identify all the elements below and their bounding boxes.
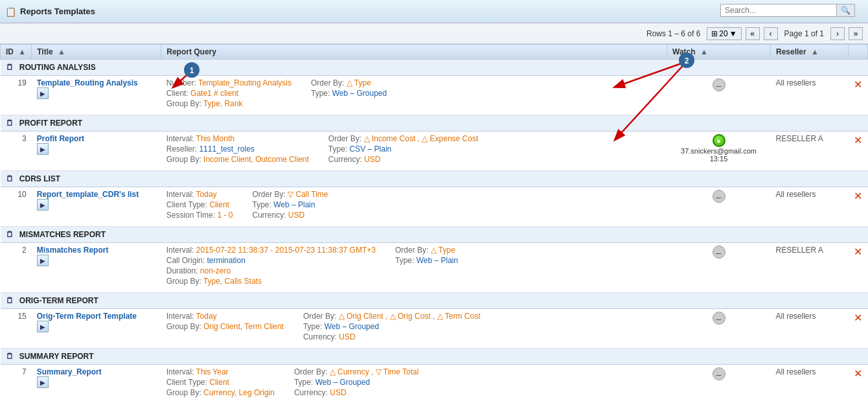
toolbar: Rows 1 – 6 of 6 ⊞ 20 ▼ « ‹ Page 1 of 1 ›… [0,23,868,44]
page-size-button[interactable]: ⊞ 20 ▼ [707,27,741,40]
table-container: ID ▲ Title ▲ Report Query Watch ▲ Resell… [0,44,868,403]
title-cell: Orig-Term Report Template ▶ [32,309,161,349]
table-row: 2 Mismatches Report ▶ Interval: 2015-07-… [1,243,868,293]
col-title[interactable]: Title ▲ [32,45,161,60]
reseller-cell: All resellers [771,76,849,115]
group-row-mismatches_report: 🗒 MISMATCHES REPORT [1,227,868,243]
group-icon: 🗒 [6,174,14,183]
delete-cell: ✕ [849,187,868,227]
report-link[interactable]: Orig-Term Report Template [37,312,137,321]
watch-button[interactable]: – [713,246,725,259]
nav-next-button[interactable]: › [830,27,845,40]
watch-button[interactable]: – [713,78,725,91]
page-size-arrow: ▼ [729,29,737,38]
report-link[interactable]: Profit Report [37,134,84,143]
watch-cell: – [667,309,771,349]
query-cell: Number: Template_Routing AnalysisClient:… [161,76,667,115]
search-button[interactable]: 🔍 [837,4,855,17]
col-query: Report Query [161,45,667,60]
query-right: Order By: △ Currency , ▽ Time TotalType:… [294,367,419,398]
watch-email: 37.snickers@gmail.com [672,147,766,155]
query-left: Interval: TodayClient Type: ClientSessio… [166,190,233,221]
delete-cell: ✕ [849,243,868,293]
play-button[interactable]: ▶ [37,321,49,332]
delete-button[interactable]: ✕ [854,135,862,146]
query-cell: Interval: TodayGroup By: Orig Client, Te… [161,309,667,349]
page-label: Page 1 of 1 [784,29,824,38]
title-cell: Mismatches Report ▶ [32,243,161,293]
group-row-cdrs_list: 🗒 CDRS LIST [1,171,868,187]
group-icon: 🗒 [6,352,14,361]
rows-info: Rows 1 – 6 of 6 [646,29,700,38]
report-link[interactable]: Report_template_CDR's list [37,190,139,199]
id-cell: 10 [1,187,32,227]
id-cell: 7 [1,365,32,404]
report-link[interactable]: Mismatches Report [37,246,109,255]
query-left: Interval: This MonthReseller: 1111_test_… [166,134,309,165]
delete-cell: ✕ [849,132,868,171]
page-wrapper: 📋 Reports Templates 🔍 Rows 1 – 6 of 6 ⊞ … [0,0,868,403]
reseller-cell: All resellers [771,187,849,227]
query-left: Interval: This YearClient Type: ClientGr… [166,367,275,398]
page-size-icon: ⊞ [711,29,718,38]
query-right: Order By: △ Income Cost , △ Expense Cost… [328,134,478,165]
delete-cell: ✕ [849,76,868,115]
delete-button[interactable]: ✕ [854,79,862,90]
delete-button[interactable]: ✕ [854,190,862,202]
table-row: 19 Template_Routing Analysis ▶ Number: T… [1,76,868,115]
query-right: Order By: △ TypeType: Web – Grouped [311,78,387,109]
query-left: Interval: TodayGroup By: Orig Client, Te… [166,312,284,343]
watch-button[interactable]: – [713,367,725,380]
report-link[interactable]: Template_Routing Analysis [37,78,138,87]
watch-cell: – [667,187,771,227]
group-row-routing_analysis: 🗒 ROUTING ANALYSIS [1,60,868,76]
delete-button[interactable]: ✕ [854,312,862,323]
group-header: 🗒 PROFIT REPORT [1,115,868,132]
reseller-cell: RESELLER A [771,132,849,171]
delete-button[interactable]: ✕ [854,368,862,379]
watch-button[interactable]: – [713,190,725,203]
watch-button-active[interactable]: ● [713,134,725,147]
watch-cell: – [667,76,771,115]
group-label: ORIG-TERM REPORT [19,296,98,305]
query-cell: Interval: 2015-07-22 11:38:37 - 2015-07-… [161,243,667,293]
table-row: 10 Report_template_CDR's list ▶ Interval… [1,187,868,227]
query-right: Order By: △ TypeType: Web – Plain [395,246,458,287]
query-right: Order By: △ Orig Client , △ Orig Cost , … [303,312,481,343]
group-header: 🗒 ROUTING ANALYSIS [1,60,868,76]
id-cell: 15 [1,309,32,349]
play-button[interactable]: ▶ [37,255,49,266]
reseller-cell: All resellers [771,309,849,349]
app-icon: 📋 [5,6,16,17]
id-cell: 3 [1,132,32,171]
group-row-orig_term_report: 🗒 ORIG-TERM REPORT [1,293,868,309]
table-row: 3 Profit Report ▶ Interval: This MonthRe… [1,132,868,171]
query-left: Interval: 2015-07-22 11:38:37 - 2015-07-… [166,246,376,287]
page-title: Reports Templates [20,6,95,16]
group-label: PROFIT REPORT [19,119,82,128]
group-icon: 🗒 [6,296,14,305]
col-reseller[interactable]: Reseller ▲ [771,45,849,60]
report-link[interactable]: Summary_Report [37,367,102,376]
col-id[interactable]: ID ▲ [1,45,32,60]
delete-button[interactable]: ✕ [854,246,862,257]
id-cell: 2 [1,243,32,293]
search-box: 🔍 [720,4,855,17]
play-button[interactable]: ▶ [37,199,49,211]
title-cell: Summary_Report ▶ [32,365,161,404]
watch-cell: ● 37.snickers@gmail.com 13:15 [667,132,771,171]
group-label: CDRS LIST [19,174,60,183]
group-label: ROUTING ANALYSIS [19,63,96,72]
group-label: MISMATCHES REPORT [19,230,106,239]
col-watch[interactable]: Watch ▲ [667,45,771,60]
play-button[interactable]: ▶ [37,87,49,99]
group-icon: 🗒 [6,230,14,239]
group-header: 🗒 MISMATCHES REPORT [1,227,868,243]
nav-first-button[interactable]: « [746,27,760,40]
play-button[interactable]: ▶ [37,143,49,155]
nav-prev-button[interactable]: ‹ [764,27,778,40]
nav-last-button[interactable]: » [849,27,863,40]
play-button[interactable]: ▶ [37,376,49,388]
search-input[interactable] [720,4,837,17]
watch-button[interactable]: – [713,312,725,325]
